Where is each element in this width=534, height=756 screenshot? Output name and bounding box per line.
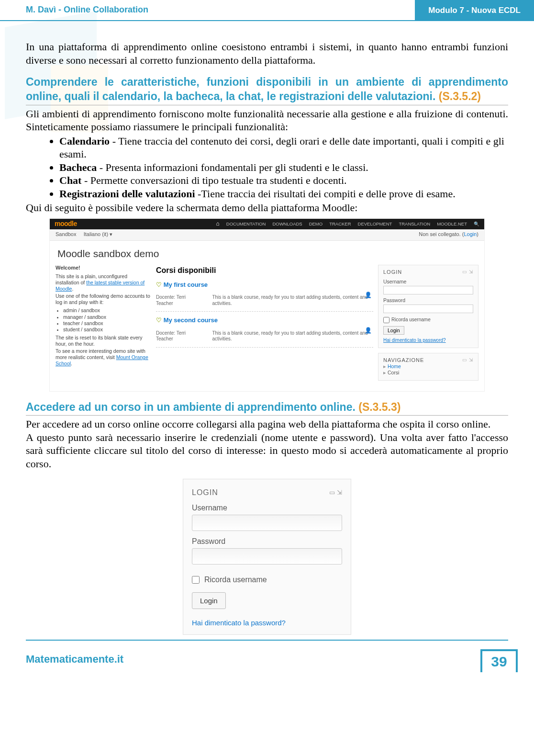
username-input[interactable]: [383, 286, 473, 294]
teacher-label: Docente: Terri Teacher: [156, 330, 200, 342]
teacher-label: Docente: Terri Teacher: [156, 294, 200, 306]
forgot-password-link[interactable]: Hai dimenticato la password?: [383, 338, 473, 344]
sec2-p1: Per accedere ad un corso online occorre …: [26, 417, 508, 431]
moodle-left-column: Welcome! This site is a plain, unconfigu…: [56, 265, 151, 385]
login-title: LOGIN: [192, 488, 218, 497]
accounts-intro: Use one of the following demo accounts t…: [56, 293, 151, 305]
welcome-heading: Welcome!: [56, 265, 151, 271]
nav-tracker[interactable]: TRACKER: [329, 221, 351, 227]
panel-controls-icon[interactable]: ▭ ⇲: [462, 357, 473, 364]
intro-paragraph: In una piattaforma di apprendimento onli…: [26, 40, 508, 67]
language-dropdown[interactable]: Italiano (it) ▾: [84, 231, 112, 237]
moodle-topbar: moodle ⌂ DOCUMENTATION DOWNLOADS DEMO TR…: [50, 219, 484, 229]
header-author-title: M. Davì - Online Collaboration: [0, 0, 415, 20]
welcome-text: This site is a plain, unconfigured insta…: [56, 273, 151, 292]
remember-checkbox[interactable]: [192, 576, 200, 584]
list-item: teacher / sandbox: [63, 320, 151, 327]
moodle-screenshot: moodle ⌂ DOCUMENTATION DOWNLOADS DEMO TR…: [49, 218, 485, 392]
section-title-text: Accedere ad un corso in un ambiente di a…: [26, 401, 356, 413]
nav-moodlenet[interactable]: MOODLE.NET: [437, 221, 467, 227]
page-header: M. Davì - Online Collaboration Modulo 7 …: [0, 0, 534, 21]
username-input[interactable]: [192, 515, 342, 531]
sec2-p2: A questo punto sarà necessario inserire …: [26, 431, 508, 471]
course-card: My first course 👤 Docente: Terri Teacher…: [156, 279, 373, 312]
course-card: My second course 👤 Docente: Terri Teache…: [156, 315, 373, 347]
login-button[interactable]: Login: [192, 592, 226, 609]
page-number-box: 39: [480, 649, 518, 672]
section-title-s353: Accedere ad un corso in un ambiente di a…: [26, 400, 508, 416]
section-title-text: Comprendere le caratteristiche, funzioni…: [26, 76, 508, 102]
footer-rule: [26, 640, 508, 641]
password-input[interactable]: [192, 548, 342, 564]
course-desc: This is a blank course, ready for you to…: [212, 330, 373, 342]
person-icon: 👤: [365, 292, 371, 298]
feature-list: Calendario - Tiene traccia del contenuto…: [59, 135, 508, 201]
page-content: In una piattaforma di apprendimento onli…: [0, 21, 534, 640]
moodle-figure: moodle ⌂ DOCUMENTATION DOWNLOADS DEMO TR…: [26, 218, 508, 392]
nav-demo[interactable]: DEMO: [309, 221, 323, 227]
password-input[interactable]: [383, 305, 473, 313]
list-item: student / sandbox: [63, 327, 151, 333]
list-item: manager / sandbox: [63, 314, 151, 320]
nav-title: NAVIGAZIONE: [383, 357, 424, 364]
header-module-title: Modulo 7 - Nuova ECDL: [415, 0, 534, 20]
login-figure: LOGIN ▭ ⇲ Username Password Ricorda user…: [183, 479, 351, 635]
remember-label: Ricorda username: [204, 575, 267, 585]
moodle-subbar: Sandbox Italiano (it) ▾ Non sei collegat…: [50, 229, 484, 241]
page-footer: Matematicamente.it 39: [0, 645, 534, 672]
course-link[interactable]: My second course: [156, 316, 373, 324]
reset-note: The site is reset to its blank state eve…: [56, 335, 151, 347]
login-title: LOGIN: [383, 269, 402, 276]
password-label: Password: [192, 537, 342, 546]
login-status: Non sei collegato. (Login): [419, 231, 478, 238]
navigation-panel: NAVIGAZIONE ▭ ⇲ Home Corsi: [378, 353, 478, 381]
section-title-s352: Comprendere le caratteristiche, funzioni…: [26, 75, 508, 105]
nav-corsi[interactable]: Corsi: [383, 370, 473, 376]
login-link[interactable]: Login: [464, 231, 477, 237]
mount-orange-note: To see a more interesting demo site with…: [56, 348, 151, 367]
course-link[interactable]: My first course: [156, 281, 373, 289]
panel-controls-icon[interactable]: ▭ ⇲: [329, 489, 342, 496]
list-item: Bacheca - Presenta informazioni fondamen…: [59, 161, 508, 174]
moodle-mid-column: Corsi disponibili My first course 👤 Doce…: [156, 265, 373, 385]
home-icon[interactable]: ⌂: [216, 220, 220, 227]
section-code: (S.3.5.3): [358, 401, 400, 413]
nav-development[interactable]: DEVELOPMENT: [358, 221, 392, 227]
moodle-page-title: Moodle sandbox demo: [50, 241, 484, 263]
section-lead: Gli ambienti di apprendimento forniscono…: [26, 107, 508, 134]
list-item: Chat - Permette conversazioni di tipo te…: [59, 174, 508, 187]
courses-heading: Corsi disponibili: [156, 266, 373, 275]
sandbox-label: Sandbox: [56, 231, 76, 237]
person-icon: 👤: [365, 327, 371, 334]
remember-checkbox[interactable]: [383, 317, 389, 323]
footer-site: Matematicamente.it: [26, 653, 123, 672]
page-number: 39: [491, 654, 507, 670]
section-code: (S.3.5.2): [439, 90, 481, 102]
forgot-password-link[interactable]: Hai dimenticato la password?: [192, 619, 342, 628]
nav-documentation[interactable]: DOCUMENTATION: [226, 221, 266, 227]
moodle-logo: moodle: [55, 220, 77, 228]
login-panel: LOGIN ▭ ⇲ Username Password Ricorda user…: [378, 265, 478, 348]
section-closing: Qui di seguito è possibile vedere la sch…: [26, 201, 508, 214]
list-item: Calendario - Tiene traccia del contenuto…: [59, 135, 508, 161]
nav-home[interactable]: Home: [383, 363, 473, 370]
moodle-right-column: LOGIN ▭ ⇲ Username Password Ricorda user…: [378, 265, 478, 385]
username-label: Username: [192, 503, 342, 513]
course-desc: This is a blank course, ready for you to…: [212, 294, 373, 306]
panel-controls-icon[interactable]: ▭ ⇲: [462, 269, 473, 276]
nav-translation[interactable]: TRANSLATION: [399, 221, 430, 227]
username-label: Username: [383, 279, 473, 285]
remember-label: Ricorda username: [391, 317, 431, 323]
nav-downloads[interactable]: DOWNLOADS: [272, 221, 302, 227]
password-label: Password: [383, 297, 473, 304]
login-button[interactable]: Login: [383, 326, 404, 335]
search-icon[interactable]: 🔍: [474, 221, 479, 227]
list-item: admin / sandbox: [63, 307, 151, 314]
list-item: Registrazioni delle valutazioni -Tiene t…: [59, 187, 508, 201]
demo-accounts: admin / sandbox manager / sandbox teache…: [63, 307, 151, 333]
